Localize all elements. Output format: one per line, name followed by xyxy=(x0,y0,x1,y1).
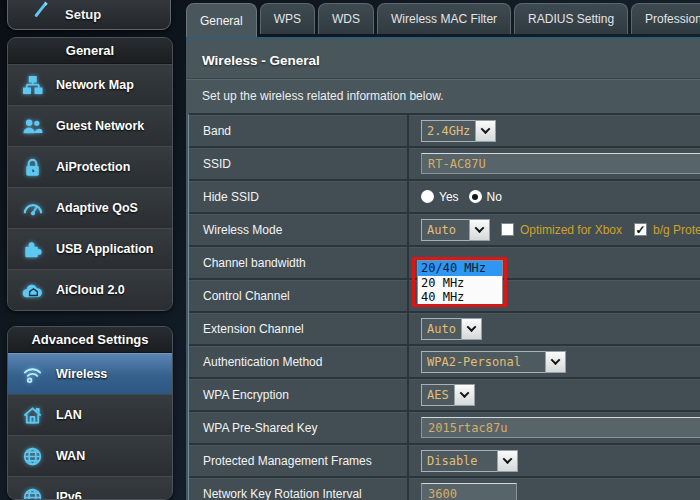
sidebar-item-label: Setup xyxy=(65,7,101,22)
field-label: Network Key Rotation Interval xyxy=(189,478,409,500)
dropdown-option[interactable]: 20 MHz xyxy=(418,276,502,291)
section-header: Advanced Settings xyxy=(8,327,172,353)
wireless-mode-select[interactable]: Auto xyxy=(421,219,490,241)
extension-channel-select[interactable]: Auto xyxy=(421,318,482,340)
tab-radius-setting[interactable]: RADIUS Setting xyxy=(514,3,628,34)
dropdown-option[interactable]: 40 MHz xyxy=(418,290,502,305)
sidebar-item-adaptive-qos[interactable]: Adaptive QoS xyxy=(8,187,172,228)
sidebar-item-lan[interactable]: LAN xyxy=(8,394,172,435)
sidebar-item-label: LAN xyxy=(56,408,82,422)
section-header: General xyxy=(8,38,172,64)
dropdown-option[interactable]: 20/40 MHz xyxy=(418,261,502,276)
wireless-settings-table: Band 2.4GHz SSID Hide SSID Yes xyxy=(188,113,700,500)
ssid-input[interactable] xyxy=(421,153,700,174)
chevron-down-icon xyxy=(497,450,518,472)
chevron-down-icon xyxy=(545,351,566,373)
field-label: SSID xyxy=(189,148,409,179)
tab-label: Professional xyxy=(645,12,700,26)
page-title: Wireless - General xyxy=(186,39,700,68)
optimized-for-xbox-checkbox[interactable] xyxy=(501,223,514,236)
authentication-method-select-value: WPA2-Personal xyxy=(421,351,545,373)
tab-label: WPS xyxy=(274,12,301,26)
wifi-icon xyxy=(8,363,56,386)
tab-wps[interactable]: WPS xyxy=(260,3,315,34)
channel-bandwidth-dropdown-list: 20/40 MHz 20 MHz 40 MHz xyxy=(417,260,503,306)
sidebar-section-advanced-settings: Advanced Settings Wireless LAN xyxy=(7,326,173,500)
sidebar-item-aiprotection[interactable]: AiProtection xyxy=(8,146,172,187)
sidebar-item-label: Network Map xyxy=(56,78,134,92)
sidebar-item-network-map[interactable]: Network Map xyxy=(8,64,172,105)
home-icon xyxy=(8,404,56,427)
gauge-icon xyxy=(8,197,56,220)
protected-management-frames-select[interactable]: Disable xyxy=(421,450,518,472)
row-wireless-mode: Wireless Mode Auto Optimized for Xbox ✓ … xyxy=(189,214,700,247)
hide-ssid-no-radio[interactable] xyxy=(469,190,482,203)
sidebar-item-wan[interactable]: WAN xyxy=(8,435,172,476)
sidebar-item-aicloud[interactable]: AiCloud 2.0 xyxy=(8,269,172,310)
row-network-key-rotation-interval: Network Key Rotation Interval xyxy=(189,478,700,500)
radio-label: No xyxy=(487,190,502,204)
extension-channel-select-value: Auto xyxy=(421,318,461,340)
sidebar-item-label: Wireless xyxy=(56,367,107,381)
tab-general[interactable]: General xyxy=(186,3,257,37)
tab-wds[interactable]: WDS xyxy=(318,3,374,34)
cloud-icon xyxy=(8,279,56,302)
row-wpa-preshared-key: WPA Pre-Shared Key xyxy=(189,412,700,445)
tab-wireless-mac-filter[interactable]: Wireless MAC Filter xyxy=(377,3,511,34)
sidebar-item-guest-network[interactable]: Guest Network xyxy=(8,105,172,146)
tab-label: WDS xyxy=(332,12,360,26)
row-ssid: SSID xyxy=(189,148,700,181)
field-label: WPA Pre-Shared Key xyxy=(189,412,409,443)
chevron-down-icon xyxy=(454,384,475,406)
sidebar-item-setup[interactable]: Setup xyxy=(7,0,171,30)
wpa-encryption-select[interactable]: AES xyxy=(421,384,475,406)
field-label: Band xyxy=(189,115,409,146)
sidebar-item-usb-application[interactable]: USB Application xyxy=(8,228,172,269)
sidebar-item-label: IPv6 xyxy=(56,490,82,500)
checkbox-label: b/g Protection xyxy=(653,223,700,237)
checkbox-label: Optimized for Xbox xyxy=(520,223,622,237)
lock-icon xyxy=(8,156,56,179)
field-label: Hide SSID xyxy=(189,181,409,212)
quick-setup-icon xyxy=(32,0,52,22)
guest-network-icon xyxy=(8,115,56,138)
radio-label: Yes xyxy=(439,190,459,204)
sidebar-item-wireless[interactable]: Wireless xyxy=(8,353,172,394)
chevron-down-icon xyxy=(469,219,490,241)
tab-label: Wireless MAC Filter xyxy=(391,12,497,26)
sidebar-item-label: USB Application xyxy=(56,242,153,256)
row-hide-ssid: Hide SSID Yes No xyxy=(189,181,700,214)
sidebar-item-label: AiCloud 2.0 xyxy=(56,283,125,297)
settings-panel: Wireless - General Set up the wireless r… xyxy=(186,37,700,500)
authentication-method-select[interactable]: WPA2-Personal xyxy=(421,351,566,373)
row-extension-channel: Extension Channel Auto xyxy=(189,313,700,346)
band-select-value: 2.4GHz xyxy=(421,120,475,142)
sidebar-item-label: AiProtection xyxy=(56,160,130,174)
row-wpa-encryption: WPA Encryption AES xyxy=(189,379,700,412)
network-key-rotation-interval-input[interactable] xyxy=(421,483,517,500)
sidebar-item-label: Guest Network xyxy=(56,119,144,133)
field-label: WPA Encryption xyxy=(189,379,409,410)
tab-label: General xyxy=(200,14,243,28)
main-content: General WPS WDS Wireless MAC Filter RADI… xyxy=(186,0,700,500)
tab-bar: General WPS WDS Wireless MAC Filter RADI… xyxy=(186,3,700,37)
chevron-down-icon xyxy=(461,318,482,340)
protected-management-frames-select-value: Disable xyxy=(421,450,497,472)
band-select[interactable]: 2.4GHz xyxy=(421,120,496,142)
wpa-preshared-key-input[interactable] xyxy=(421,417,700,438)
page-description: Set up the wireless related information … xyxy=(186,80,700,113)
wireless-mode-select-value: Auto xyxy=(421,219,469,241)
network-map-icon xyxy=(8,74,56,97)
field-label: Authentication Method xyxy=(189,346,409,377)
sidebar: Setup General Network Map Guest Network xyxy=(0,0,181,500)
puzzle-icon xyxy=(8,238,56,261)
row-band: Band 2.4GHz xyxy=(189,115,700,148)
tab-professional[interactable]: Professional xyxy=(631,3,700,34)
sidebar-item-ipv6[interactable]: IPv6 xyxy=(8,476,172,500)
row-protected-management-frames: Protected Management Frames Disable xyxy=(189,445,700,478)
sidebar-section-general: General Network Map Guest Network xyxy=(7,37,173,311)
bg-protection-checkbox[interactable]: ✓ xyxy=(634,223,647,236)
wpa-encryption-select-value: AES xyxy=(421,384,454,406)
row-authentication-method: Authentication Method WPA2-Personal xyxy=(189,346,700,379)
hide-ssid-yes-radio[interactable] xyxy=(421,190,434,203)
